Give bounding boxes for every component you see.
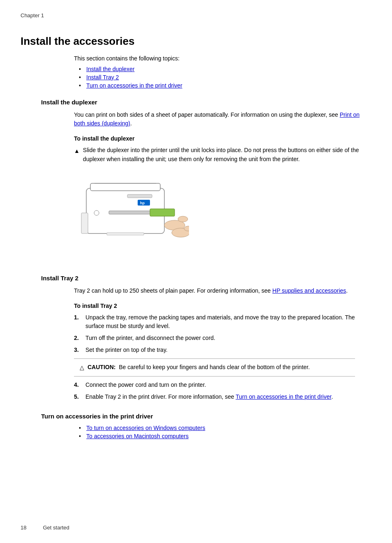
accessories-list: To turn on accessories on Windows comput…	[86, 425, 371, 439]
toc-item-accessories: Turn on accessories in the print driver	[86, 82, 371, 89]
toc-link-tray2[interactable]: Install Tray 2	[86, 74, 119, 81]
duplexer-body: You can print on both sides of a sheet o…	[74, 111, 371, 128]
footer-section-label: Get started	[43, 525, 69, 531]
tray2-step-1-text: Unpack the tray, remove the packing tape…	[85, 313, 371, 330]
chapter-label: Chapter 1	[21, 12, 371, 18]
toc-item-duplexer: Install the duplexer	[86, 66, 371, 72]
toc-link-accessories[interactable]: Turn on accessories in the print driver	[86, 82, 182, 89]
section-heading-duplexer: Install the duplexer	[41, 99, 371, 106]
page-title: Install the accessories	[21, 35, 371, 48]
tray2-step-5: 5. Enable Tray 2 in the print driver. Fo…	[74, 393, 371, 401]
svg-rect-1	[90, 183, 160, 191]
duplexer-instruction-text: Slide the duplexer into the printer unti…	[83, 146, 371, 164]
section-heading-accessories: Turn on accessories in the print driver	[41, 413, 371, 420]
tray2-step-5-text: Enable Tray 2 in the print driver. For m…	[85, 393, 235, 400]
svg-rect-4	[150, 209, 175, 216]
accessories-item-mac: To accessories on Macintosh computers	[86, 433, 371, 439]
tray2-body: Tray 2 can hold up to 250 sheets of plai…	[74, 287, 371, 295]
printer-illustration: hp	[74, 172, 189, 262]
intro-text: This section contains the following topi…	[74, 55, 371, 62]
toc-link-duplexer[interactable]: Install the duplexer	[86, 66, 135, 72]
tray2-step-5-link[interactable]: Turn on accessories in the print driver	[235, 393, 331, 400]
caution-content: CAUTION: Be careful to keep your fingers…	[88, 363, 310, 372]
duplexer-body-text: You can print on both sides of a sheet o…	[74, 111, 340, 118]
page-container: Chapter 1 Install the accessories This s…	[0, 0, 392, 472]
svg-point-8	[94, 210, 99, 215]
triangle-icon: ▲	[74, 147, 80, 164]
svg-text:hp: hp	[140, 201, 145, 205]
caution-label: CAUTION:	[88, 364, 115, 370]
accessories-link-mac[interactable]: To accessories on Macintosh computers	[86, 433, 189, 439]
tray2-step-3-text: Set the printer on top of the tray.	[85, 346, 168, 354]
tray2-step-2-text: Turn off the printer, and disconnect the…	[85, 334, 215, 342]
toc-list: Install the duplexer Install Tray 2 Turn…	[86, 66, 371, 89]
toc-item-tray2: Install Tray 2	[86, 74, 371, 81]
section-heading-tray2: Install Tray 2	[41, 275, 371, 282]
sub-heading-install-tray2: To install Tray 2	[74, 303, 371, 309]
tray2-step-4: 4. Connect the power cord and turn on th…	[74, 381, 371, 389]
tray2-body-end: .	[346, 287, 348, 294]
tray2-steps-list: 1. Unpack the tray, remove the packing t…	[74, 313, 371, 354]
caution-text-content: Be careful to keep your fingers and hand…	[119, 364, 310, 370]
tray2-link[interactable]: HP supplies and accessories	[272, 287, 346, 294]
duplexer-instruction-item: ▲ Slide the duplexer into the printer un…	[74, 146, 371, 164]
sub-heading-install-duplexer: To install the duplexer	[74, 135, 371, 142]
tray2-steps-list-2: 4. Connect the power cord and turn on th…	[74, 381, 371, 401]
tray2-step-1: 1. Unpack the tray, remove the packing t…	[74, 313, 371, 330]
tray2-step-5-end: .	[331, 393, 333, 400]
svg-point-6	[178, 216, 188, 222]
printer-svg: hp	[74, 172, 189, 262]
svg-rect-12	[81, 213, 88, 233]
footer-page-number: 18	[21, 525, 26, 531]
accessories-item-windows: To turn on accessories on Windows comput…	[86, 425, 371, 431]
accessories-link-windows[interactable]: To turn on accessories on Windows comput…	[86, 425, 205, 431]
tray2-step-2: 2. Turn off the printer, and disconnect …	[74, 334, 371, 342]
duplexer-body-end: .	[130, 120, 132, 127]
tray2-step-4-text: Connect the power cord and turn on the p…	[85, 381, 206, 389]
svg-rect-7	[107, 233, 144, 235]
caution-box: △ CAUTION: Be careful to keep your finge…	[74, 358, 355, 377]
page-footer: 18 Get started	[21, 525, 69, 531]
svg-rect-9	[127, 194, 152, 198]
tray2-step-3: 3. Set the printer on top of the tray.	[74, 346, 371, 354]
tray2-step-5-content: Enable Tray 2 in the print driver. For m…	[85, 393, 333, 401]
tray2-body-text: Tray 2 can hold up to 250 sheets of plai…	[74, 287, 272, 294]
caution-triangle-icon: △	[80, 363, 84, 372]
